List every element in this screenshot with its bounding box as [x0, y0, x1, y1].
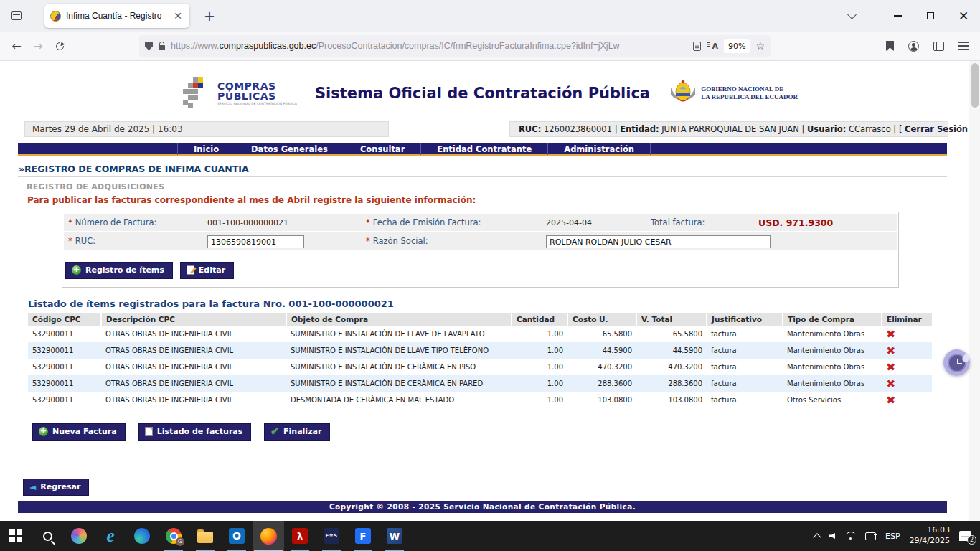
form-buttons: +Registro de ítems Editar: [62, 251, 898, 287]
session-bar: RUC: 1260023860001 | Entidad: JUNTA PARR…: [509, 121, 948, 137]
required-marker: *: [366, 236, 370, 246]
nav-item-datos-generales[interactable]: Datos Generales: [235, 143, 344, 155]
taskbar-search-button[interactable]: [32, 521, 63, 551]
close-button[interactable]: ✕: [947, 0, 980, 32]
nav-item-inicio[interactable]: Inicio: [177, 143, 235, 155]
volume-icon[interactable]: [829, 533, 835, 539]
forward-button[interactable]: →: [27, 36, 49, 56]
wifi-icon[interactable]: [844, 532, 856, 540]
tray-expand-icon[interactable]: [813, 533, 821, 541]
notification-icon[interactable]: 2: [959, 531, 971, 541]
cell-costo: 288.3600: [567, 375, 636, 392]
url-scheme: https://www.: [171, 41, 219, 51]
finalizar-button[interactable]: ✔Finalizar: [264, 423, 330, 441]
address-bar[interactable]: https://www.compraspublicas.gob.ec/Proce…: [139, 35, 771, 57]
plus-icon: +: [39, 427, 48, 436]
taskbar-outlook-button[interactable]: O: [221, 521, 253, 551]
main-nav: Inicio Datos Generales Consultar Entidad…: [18, 143, 947, 156]
taskbar-clock[interactable]: 16:03 29/4/2025: [910, 525, 950, 547]
display-cast-icon[interactable]: [865, 532, 876, 540]
delete-icon[interactable]: ✖: [886, 379, 895, 388]
form-row-1: *Número de Factura: 001-100-000000021 *F…: [64, 214, 897, 231]
delete-icon[interactable]: ✖: [886, 329, 895, 339]
zoom-level-badge[interactable]: 90%: [724, 39, 750, 53]
ruc-input[interactable]: [207, 235, 304, 248]
editar-label: Editar: [199, 265, 225, 275]
delete-icon[interactable]: ✖: [886, 395, 895, 405]
language-indicator[interactable]: ESP: [885, 532, 900, 541]
razon-social-input[interactable]: [546, 235, 771, 248]
tab-close-icon[interactable]: ✕: [172, 10, 184, 22]
firefox-view-icon[interactable]: [7, 6, 26, 25]
table-row: 532900011 OTRAS OBRAS DE INGENIERIA CIVI…: [28, 326, 932, 342]
listado-facturas-button[interactable]: Listado de facturas: [138, 423, 252, 441]
account-icon[interactable]: [908, 41, 919, 52]
nav-item-entidad-contratante[interactable]: Entidad Contratante: [420, 143, 547, 155]
taskbar-word-button[interactable]: W: [379, 521, 410, 551]
maximize-button[interactable]: [914, 0, 947, 32]
file-explorer-icon: [197, 532, 213, 543]
taskbar-fes-button[interactable]: F≡S: [316, 521, 347, 551]
reload-button[interactable]: [49, 36, 70, 56]
taskbar-chrome-button[interactable]: G: [158, 521, 189, 551]
taskbar-icons: e G O λ F≡S F W: [0, 521, 410, 551]
lock-icon[interactable]: [159, 45, 165, 50]
cell-costo: 44.5900: [567, 342, 636, 359]
table-row: 532900011 OTRAS OBRAS DE INGENIERIA CIVI…: [28, 375, 932, 392]
registro-items-button[interactable]: +Registro de ítems: [65, 262, 173, 279]
logout-link[interactable]: Cerrar Sesión: [905, 124, 968, 134]
taskbar-acrobat-button[interactable]: λ: [284, 521, 316, 551]
cell-descripcion: OTRAS OBRAS DE INGENIERIA CIVIL: [101, 375, 286, 392]
breadcrumb: »REGISTRO DE COMPRAS DE INFIMA CUANTIA: [18, 164, 947, 177]
taskbar-explorer-button[interactable]: [189, 521, 221, 551]
taskbar-edge-button[interactable]: [126, 521, 158, 551]
cell-objeto: DESMONTADA DE CERÀMICA EN MAL ESTADO: [286, 392, 512, 408]
table-row: 532900011 OTRAS OBRAS DE INGENIERIA CIVI…: [28, 392, 932, 408]
start-button[interactable]: [0, 521, 32, 551]
new-tab-button[interactable]: +: [199, 8, 220, 24]
chrome-profile-badge: G: [176, 537, 184, 546]
taskbar-copilot-button[interactable]: [63, 521, 95, 551]
list-tabs-icon[interactable]: [847, 10, 857, 19]
screen-recorder-overlay[interactable]: [943, 349, 970, 376]
registro-items-label: Registro de ítems: [85, 265, 164, 275]
bookmark-star-icon[interactable]: ☆: [755, 40, 765, 52]
cell-descripcion: OTRAS OBRAS DE INGENIERIA CIVIL: [101, 392, 286, 408]
translate-icon[interactable]: A: [707, 42, 718, 51]
sidebar-icon[interactable]: [933, 42, 944, 51]
razon-social-label: *Razón Social:: [362, 236, 546, 246]
plus-icon: +: [72, 265, 81, 275]
nav-item-administracion[interactable]: Administración: [547, 143, 651, 155]
table-header-row: Código CPC Descripción CPC Objeto de Com…: [28, 313, 932, 326]
gobierno-text: GOBIERNO NACIONAL DE LA REPUBLICA DEL EC…: [701, 85, 798, 102]
nueva-factura-button[interactable]: +Nueva Factura: [32, 423, 126, 441]
regresar-button[interactable]: ◄Regresar: [23, 479, 89, 496]
taskbar-ie-button[interactable]: e: [95, 521, 126, 551]
back-button[interactable]: ←: [6, 36, 27, 56]
menu-icon[interactable]: [958, 42, 969, 43]
delete-icon[interactable]: ✖: [886, 362, 895, 372]
col-cantidad: Cantidad: [512, 313, 567, 326]
cell-codigo: 532900011: [28, 392, 101, 408]
minimize-button[interactable]: [881, 0, 914, 32]
col-eliminar: Eliminar: [882, 313, 932, 326]
search-icon: [43, 532, 52, 541]
edge-icon: [134, 528, 150, 544]
cell-vtotal: 44.5900: [636, 342, 707, 359]
nav-item-consultar[interactable]: Consultar: [344, 143, 420, 155]
razon-label-text: Razón Social:: [373, 236, 428, 246]
scrollbar-thumb[interactable]: [971, 63, 979, 108]
reader-mode-icon[interactable]: [693, 42, 701, 51]
delete-icon[interactable]: ✖: [886, 346, 895, 355]
numero-factura-label: *Número de Factura:: [64, 217, 207, 227]
finalizar-label: Finalizar: [283, 427, 321, 436]
page-scrollbar[interactable]: [969, 61, 980, 521]
fecha-emision-value: 2025-04-04: [546, 218, 646, 227]
cell-tipo: Mantenimiento Obras: [783, 375, 882, 392]
tracking-shield-icon[interactable]: [145, 42, 153, 51]
editar-button[interactable]: Editar: [180, 262, 234, 279]
taskbar-forms-button[interactable]: F: [347, 521, 379, 551]
pocket-icon[interactable]: [886, 41, 894, 51]
taskbar-firefox-button[interactable]: [253, 521, 284, 551]
browser-tab[interactable]: Infima Cuantía - Registro ✕: [44, 4, 189, 28]
